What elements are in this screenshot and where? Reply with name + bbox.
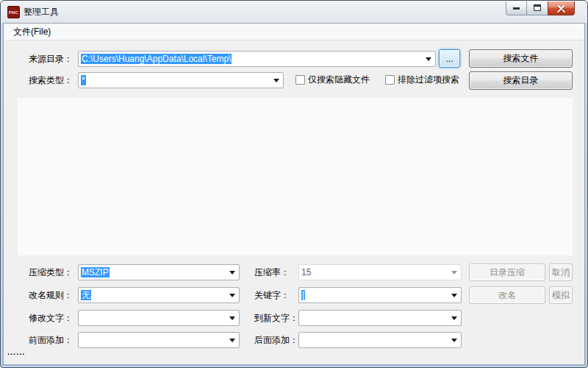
chevron-down-icon[interactable] — [448, 311, 460, 325]
exclude-filter-checkbox[interactable] — [385, 75, 395, 85]
prepend-label: 前面添加： — [29, 332, 73, 348]
app-window: PMC 整理工具 文件(File) 来源目录： C:\Users\Huang\A… — [0, 0, 588, 368]
append-combobox[interactable] — [298, 332, 462, 348]
dir-compress-button[interactable]: 目录压缩 — [469, 263, 545, 281]
app-icon: PMC — [7, 6, 20, 18]
to-new-text-value — [301, 312, 446, 325]
title-bar[interactable]: PMC 整理工具 — [1, 1, 587, 23]
browse-button[interactable]: ... — [439, 49, 460, 68]
keyword-value: [ — [301, 289, 446, 302]
compress-type-combobox[interactable]: MSZIP — [78, 264, 240, 280]
menu-item-file[interactable]: 文件(File) — [8, 24, 56, 40]
search-type-combobox[interactable]: * — [78, 72, 284, 88]
chevron-down-icon[interactable] — [226, 333, 238, 347]
menu-bar: 文件(File) — [4, 24, 584, 40]
exclude-filter-label: 排除过滤项搜索 — [398, 74, 459, 85]
append-value — [301, 334, 446, 347]
minimize-icon — [513, 7, 520, 10]
compress-rate-combobox: 15 — [298, 264, 462, 280]
chevron-down-icon[interactable] — [226, 289, 238, 302]
to-new-text-combobox[interactable] — [298, 310, 462, 326]
append-label: 后面添加： — [254, 332, 298, 348]
simulate-button[interactable]: 模拟 — [549, 286, 573, 304]
chevron-down-icon[interactable] — [448, 333, 460, 347]
window-title: 整理工具 — [24, 6, 59, 18]
search-files-button[interactable]: 搜索文件 — [469, 49, 573, 68]
window-controls — [506, 1, 575, 15]
source-dir-combobox[interactable]: C:\Users\Huang\AppData\Local\Temp\ — [78, 51, 436, 67]
compress-type-value: MSZIP — [81, 266, 224, 280]
search-type-label: 搜索类型： — [29, 72, 73, 88]
prepend-combobox[interactable] — [78, 332, 240, 348]
status-text: ...... — [7, 347, 25, 356]
maximize-icon — [534, 4, 541, 11]
modify-text-value — [81, 312, 224, 325]
cancel-button[interactable]: 取消 — [549, 263, 573, 281]
close-icon — [557, 4, 565, 13]
chevron-down-icon — [448, 266, 460, 279]
close-button[interactable] — [548, 1, 575, 15]
hidden-only-checkbox[interactable] — [295, 75, 305, 85]
chevron-down-icon[interactable] — [270, 74, 282, 87]
file-list[interactable] — [18, 98, 573, 255]
rename-rule-value: 无 — [81, 289, 224, 302]
search-dir-button[interactable]: 搜索目录 — [469, 71, 573, 90]
rename-rule-combobox[interactable]: 无 — [78, 287, 240, 303]
hidden-only-label: 仅搜索隐藏文件 — [308, 74, 370, 85]
chevron-down-icon[interactable] — [226, 311, 238, 325]
compress-rate-value: 15 — [301, 266, 446, 280]
keyword-label: 关键字： — [254, 287, 290, 303]
maximize-button[interactable] — [527, 1, 548, 15]
chevron-down-icon[interactable] — [226, 266, 238, 279]
rename-button[interactable]: 改名 — [469, 286, 545, 304]
source-dir-value: C:\Users\Huang\AppData\Local\Temp\ — [81, 53, 420, 66]
compress-type-label: 压缩类型： — [29, 264, 73, 280]
to-new-text-label: 到新文字： — [254, 310, 298, 326]
modify-text-combobox[interactable] — [78, 310, 240, 326]
search-type-value: * — [81, 74, 268, 88]
compress-rate-label: 压缩率： — [254, 264, 290, 280]
modify-text-label: 修改文字： — [29, 310, 73, 326]
chevron-down-icon[interactable] — [422, 52, 434, 66]
minimize-button[interactable] — [506, 1, 527, 15]
rename-rule-label: 改名规则： — [29, 287, 73, 303]
prepend-value — [81, 334, 224, 347]
source-dir-label: 来源目录： — [29, 51, 73, 67]
keyword-combobox[interactable]: [ — [298, 287, 462, 303]
chevron-down-icon[interactable] — [448, 289, 460, 302]
